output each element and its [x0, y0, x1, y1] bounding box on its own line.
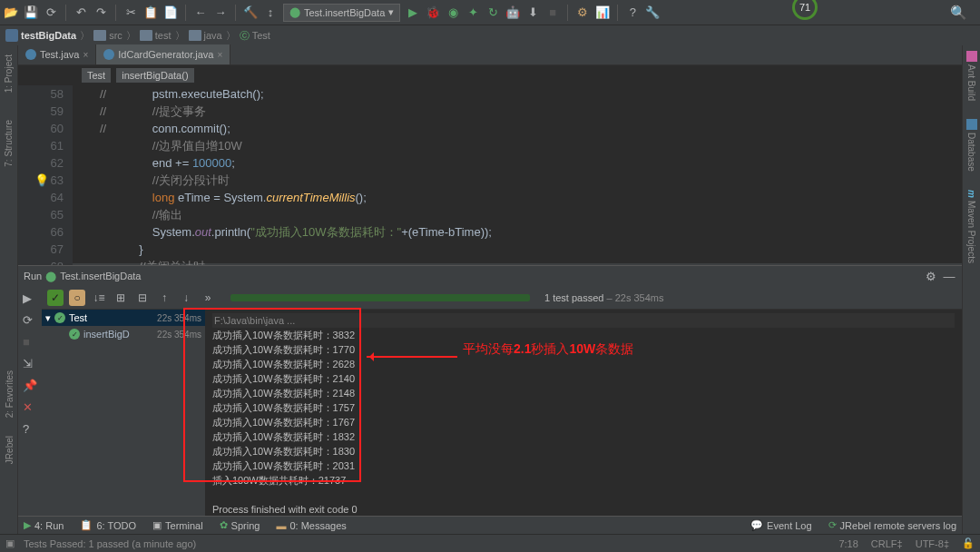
- run-icon[interactable]: ▶: [406, 5, 420, 20]
- run-config-combo[interactable]: ⬤ Test.insertBigData ▾: [283, 4, 400, 22]
- console-line: 成功插入10W条数据耗时：2031: [212, 458, 955, 473]
- line-separator[interactable]: CRLF‡: [871, 538, 903, 549]
- pin-icon[interactable]: 📌: [23, 379, 37, 393]
- maven-tool-tab[interactable]: mMaven Projects: [966, 190, 976, 263]
- terminal-tab[interactable]: ▣Terminal: [152, 519, 203, 531]
- code-quality-badge[interactable]: 71: [792, 0, 818, 20]
- settings-icon[interactable]: 🔧: [645, 5, 660, 20]
- spring-tab[interactable]: ✿Spring: [220, 519, 260, 531]
- dump-icon[interactable]: ⇲: [23, 357, 37, 371]
- back-icon[interactable]: ←: [193, 5, 208, 20]
- console-line: 成功插入10W条数据耗时：2140: [212, 371, 955, 386]
- bc-java[interactable]: java: [189, 30, 222, 41]
- main-toolbar: 📂 💾 ⟳ ↶ ↷ ✂ 📋 📄 ← → 🔨 ↕ ⬤ Test.insertBig…: [0, 0, 980, 25]
- test-status: 1 test passed – 22s 354ms: [544, 292, 663, 303]
- undo-icon[interactable]: ↶: [74, 5, 88, 20]
- run-title: Test.insertBigData: [60, 271, 141, 281]
- cut-icon[interactable]: ✂: [123, 5, 138, 20]
- ant-tool-tab[interactable]: Ant Build: [966, 51, 977, 101]
- open-icon[interactable]: 📂: [4, 5, 18, 20]
- console-exit: Process finished with exit code 0: [212, 502, 955, 517]
- help-icon[interactable]: ?: [625, 5, 640, 20]
- refresh-icon[interactable]: ⟳: [44, 5, 58, 20]
- tree-root[interactable]: ▾ ✓ Test 22s 354ms: [42, 310, 205, 326]
- stop-icon[interactable]: ■: [23, 335, 37, 350]
- paste-icon[interactable]: 📄: [163, 5, 178, 20]
- editor-tab-test[interactable]: Test.java×: [18, 44, 96, 64]
- sort-icon[interactable]: ↓≡: [91, 290, 107, 306]
- todo-tab[interactable]: 📋6: TODO: [80, 519, 136, 531]
- run-select-icon[interactable]: ↕: [263, 5, 278, 20]
- console-line: 成功插入10W条数据耗时：2148: [212, 386, 955, 400]
- stop-icon[interactable]: ■: [545, 5, 560, 20]
- copy-icon[interactable]: 📋: [143, 5, 158, 20]
- show-passed-icon[interactable]: ✓: [47, 290, 64, 306]
- next-icon[interactable]: ↓: [178, 290, 194, 306]
- file-encoding[interactable]: UTF-8‡: [916, 538, 949, 549]
- coverage-icon[interactable]: ◉: [446, 5, 460, 20]
- project-tool-tab[interactable]: 1: Project: [4, 54, 14, 93]
- nav-method[interactable]: insertBigData(): [116, 68, 193, 83]
- messages-tab[interactable]: ▬0: Messages: [276, 520, 346, 531]
- save-icon[interactable]: 💾: [24, 5, 38, 20]
- help-panel-icon[interactable]: ?: [23, 422, 37, 437]
- vcs-icon[interactable]: 📊: [595, 5, 610, 20]
- collapse-icon[interactable]: ⊟: [134, 290, 151, 306]
- jrebel-tool-tab[interactable]: JRebel: [5, 436, 15, 464]
- event-log-tab[interactable]: 💬Event Log: [750, 519, 812, 531]
- bc-src[interactable]: src: [93, 30, 122, 41]
- status-message: Tests Passed: 1 passed (a minute ago): [24, 538, 196, 549]
- search-icon[interactable]: 🔍: [950, 5, 967, 21]
- rerun-icon[interactable]: ▶: [23, 291, 37, 306]
- code-body[interactable]: // pstm.executeBatch(); // //提交事务 // con…: [73, 85, 962, 275]
- attach-icon[interactable]: ⬇: [525, 5, 540, 20]
- minimize-icon[interactable]: —: [942, 269, 956, 283]
- nav-bar: Test insertBigData(): [18, 65, 962, 85]
- git-icon[interactable]: ⚙: [575, 5, 590, 20]
- run-tab[interactable]: ▶4: Run: [24, 519, 64, 531]
- status-icon[interactable]: ▣: [5, 537, 18, 550]
- nav-class[interactable]: Test: [82, 68, 111, 83]
- redo-icon[interactable]: ↷: [93, 5, 108, 20]
- android-icon[interactable]: 🤖: [505, 5, 520, 20]
- structure-tool-tab[interactable]: 7: Structure: [4, 120, 14, 167]
- console-line: 成功插入10W条数据耗时：3832: [212, 328, 955, 342]
- prev-icon[interactable]: ↑: [156, 290, 172, 306]
- rerun-icon[interactable]: ↻: [485, 5, 500, 20]
- console-line: 成功插入10W条数据耗时：1767: [212, 415, 955, 429]
- lock-icon[interactable]: 🔓: [962, 537, 975, 549]
- database-tool-tab[interactable]: Database: [966, 119, 977, 172]
- debug-icon[interactable]: 🐞: [426, 5, 440, 20]
- annotation-text: 平均没每2.1秒插入10W条数据: [463, 341, 633, 358]
- gear-icon[interactable]: ⚙: [924, 269, 938, 283]
- line-gutter: 5859606162💡636465666768: [18, 85, 73, 275]
- bc-class[interactable]: ⓒTest: [240, 29, 270, 43]
- pass-icon: ✓: [54, 312, 65, 323]
- right-tool-gutter: Ant Build Database mMaven Projects: [962, 45, 980, 534]
- toggle-auto-icon[interactable]: ⟳: [23, 313, 37, 328]
- caret-position[interactable]: 7:18: [838, 538, 858, 549]
- code-editor[interactable]: 5859606162💡636465666768 // pstm.executeB…: [18, 85, 962, 275]
- bc-test[interactable]: test: [140, 30, 172, 41]
- test-tree[interactable]: ▾ ✓ Test 22s 354ms ✓ insertBigD 22s 354m…: [42, 310, 205, 516]
- tree-child[interactable]: ✓ insertBigD 22s 354ms: [42, 326, 205, 342]
- expand-icon[interactable]: ⊞: [113, 290, 129, 306]
- forward-icon[interactable]: →: [213, 5, 228, 20]
- bc-project[interactable]: testBigData: [5, 29, 76, 42]
- favorites-tool-tab[interactable]: 2: Favorites: [5, 370, 15, 418]
- dropdown-icon: ▾: [388, 6, 394, 18]
- pass-icon: ✓: [69, 329, 80, 340]
- show-ignored-icon[interactable]: ○: [69, 290, 85, 306]
- console-line: 成功插入10W条数据耗时：2628: [212, 357, 955, 371]
- close-icon[interactable]: ×: [83, 50, 88, 60]
- close-panel-icon[interactable]: ✕: [23, 400, 37, 415]
- build-icon[interactable]: 🔨: [243, 5, 258, 20]
- intention-bulb-icon[interactable]: 💡: [34, 172, 49, 189]
- jrebel-log-tab[interactable]: ⟳JRebel remote servers log: [828, 519, 956, 531]
- profile-icon[interactable]: ✦: [466, 5, 480, 20]
- run-panel: Run ⬤ Test.insertBigData ⚙ — ▶ ⟳ ■ ⇲ 📌 ✕…: [18, 265, 962, 516]
- close-icon[interactable]: ×: [217, 50, 222, 60]
- editor-tab-idcard[interactable]: IdCardGenerator.java×: [96, 44, 230, 64]
- export-icon[interactable]: »: [200, 290, 216, 306]
- run-side-controls: ▶ ⟳ ■ ⇲ 📌 ✕ ?: [18, 286, 42, 516]
